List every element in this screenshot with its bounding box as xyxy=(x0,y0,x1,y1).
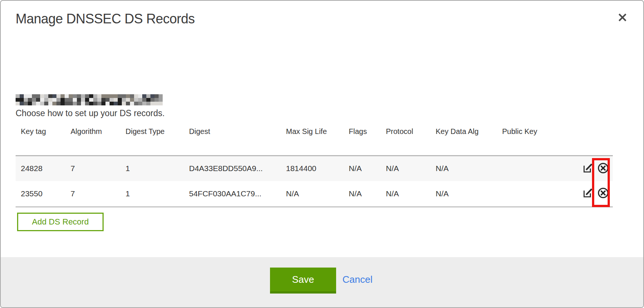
col-header-actions xyxy=(553,124,613,155)
cell-max-sig-life: N/A xyxy=(281,181,344,207)
cell-key-data-alg: N/A xyxy=(430,181,497,207)
cell-flags: N/A xyxy=(344,181,381,207)
cell-digest-type: 1 xyxy=(120,155,184,181)
cell-actions xyxy=(553,181,613,207)
cell-digest-type: 1 xyxy=(120,181,184,207)
cell-max-sig-life: 1814400 xyxy=(281,155,344,181)
domain-name-redacted xyxy=(16,94,163,105)
edit-record-button[interactable] xyxy=(582,163,593,175)
edit-pencil-icon xyxy=(582,169,593,175)
edit-pencil-icon xyxy=(582,194,593,200)
cancel-link[interactable]: Cancel xyxy=(342,268,373,291)
col-header-algorithm: Algorithm xyxy=(65,124,120,155)
table-row: 23550 7 1 54FCF030AA1C79... N/A N/A N/A … xyxy=(16,181,613,207)
col-header-digest: Digest xyxy=(184,124,281,155)
col-header-flags: Flags xyxy=(344,124,381,155)
page-title: Manage DNSSEC DS Records xyxy=(16,11,195,27)
close-button[interactable] xyxy=(616,11,629,24)
delete-circle-x-icon xyxy=(597,194,609,200)
cell-digest: D4A33E8DD550A9... xyxy=(184,155,281,181)
delete-record-button[interactable] xyxy=(597,162,609,175)
col-header-protocol: Protocol xyxy=(381,124,430,155)
add-ds-record-button[interactable]: Add DS Record xyxy=(17,213,104,231)
cell-key-tag: 23550 xyxy=(16,181,65,207)
instruction-text: Choose how to set up your DS records. xyxy=(16,108,165,118)
delete-circle-x-icon xyxy=(597,170,609,175)
cell-key-tag: 24828 xyxy=(16,155,65,181)
cell-public-key xyxy=(497,155,553,181)
table-header-row: Key tag Algorithm Digest Type Digest Max… xyxy=(16,124,613,155)
cell-key-data-alg: N/A xyxy=(430,155,497,181)
ds-records-table: Key tag Algorithm Digest Type Digest Max… xyxy=(16,124,613,207)
col-header-max-sig-life: Max Sig Life xyxy=(281,124,344,155)
ds-records-table-wrap: Key tag Algorithm Digest Type Digest Max… xyxy=(16,124,613,207)
delete-record-button[interactable] xyxy=(597,187,609,200)
cell-flags: N/A xyxy=(344,155,381,181)
manage-dnssec-dialog: Manage DNSSEC DS Records Choose how to s… xyxy=(0,0,644,308)
save-button[interactable]: Save xyxy=(270,268,336,294)
cell-public-key xyxy=(497,181,553,207)
col-header-public-key: Public Key xyxy=(497,124,553,155)
col-header-digest-type: Digest Type xyxy=(120,124,184,155)
table-row: 24828 7 1 D4A33E8DD550A9... 1814400 N/A … xyxy=(16,155,613,181)
cell-protocol: N/A xyxy=(381,181,430,207)
cell-protocol: N/A xyxy=(381,155,430,181)
cell-algorithm: 7 xyxy=(65,181,120,207)
cell-algorithm: 7 xyxy=(65,155,120,181)
col-header-key-tag: Key tag xyxy=(16,124,65,155)
dialog-footer: Save Cancel xyxy=(1,257,643,307)
close-icon xyxy=(617,12,628,24)
edit-record-button[interactable] xyxy=(582,187,593,200)
col-header-key-data-alg: Key Data Alg xyxy=(430,124,497,155)
cell-digest: 54FCF030AA1C79... xyxy=(184,181,281,207)
cell-actions xyxy=(553,155,613,181)
